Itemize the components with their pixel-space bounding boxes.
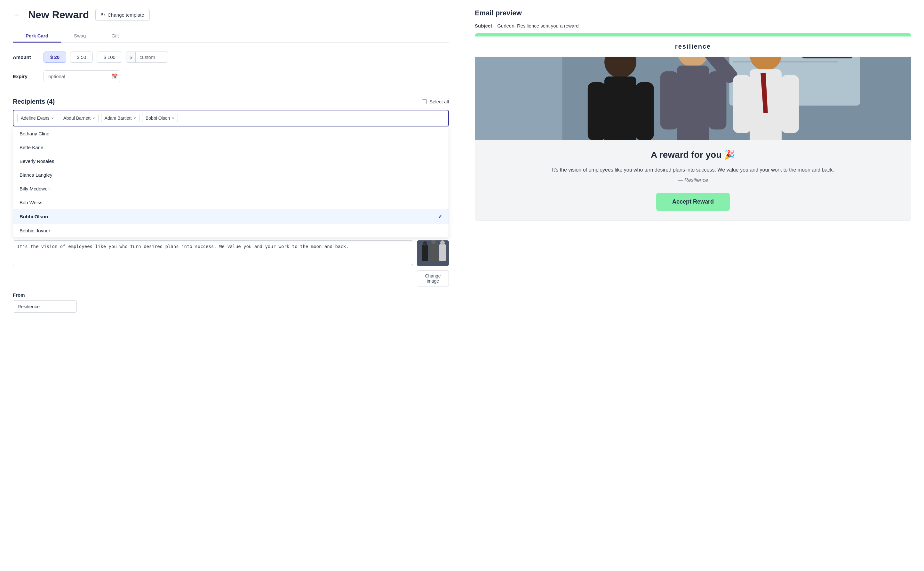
- recipient-name-abdul: Abdul Barnett: [63, 116, 91, 121]
- calendar-icon: 📅: [112, 73, 118, 79]
- left-panel: ← New Reward ↻ Change template Perk Card…: [0, 0, 462, 571]
- svg-rect-17: [588, 82, 606, 140]
- header: ← New Reward ↻ Change template: [13, 9, 449, 21]
- reward-title: A reward for you 🎉: [488, 150, 898, 160]
- email-card-logo: resilience: [475, 37, 911, 57]
- tab-gift[interactable]: Gift: [99, 30, 131, 43]
- svg-rect-18: [636, 82, 654, 140]
- from-label: From: [13, 292, 449, 298]
- office-image-svg: [417, 240, 449, 266]
- remove-adeline-icon[interactable]: ×: [51, 116, 54, 121]
- refresh-icon: ↻: [101, 12, 105, 18]
- accept-reward-button[interactable]: Accept Reward: [656, 193, 730, 211]
- custom-amount-wrap: $: [126, 51, 168, 63]
- recipient-tag-abdul: Abdul Barnett ×: [60, 114, 98, 122]
- amount-label: Amount: [13, 54, 38, 60]
- back-button[interactable]: ←: [13, 10, 22, 20]
- amount-100-button[interactable]: $ 100: [97, 51, 122, 63]
- expiry-label: Expiry: [13, 74, 38, 79]
- email-card: resilience: [475, 33, 911, 221]
- tab-perk-card[interactable]: Perk Card: [13, 30, 61, 43]
- dropdown-item-beverly[interactable]: Beverly Rosales: [13, 154, 448, 168]
- dropdown-item-billy[interactable]: Billy Mcdowell: [13, 182, 448, 196]
- select-all-checkbox[interactable]: [422, 99, 427, 104]
- svg-rect-27: [781, 75, 799, 133]
- svg-rect-14: [475, 57, 562, 140]
- email-subject-row: Subject Gurleen, Resilience sent you a r…: [475, 23, 911, 28]
- divider: [13, 90, 449, 90]
- dropdown-item-bethany[interactable]: Bethany Cline: [13, 127, 448, 140]
- custom-amount-prefix: $: [126, 52, 136, 62]
- svg-rect-1: [422, 245, 428, 261]
- reward-from: — Resilience: [488, 177, 898, 183]
- email-subject-value: Gurleen, Resilience sent you a reward: [497, 23, 579, 28]
- svg-rect-3: [439, 244, 446, 261]
- recipient-name-adam: Adam Bartlett: [105, 116, 132, 121]
- select-all-label: Select all: [430, 99, 449, 104]
- svg-rect-21: [661, 71, 679, 130]
- message-textarea[interactable]: It's the vision of employees like you wh…: [13, 240, 413, 266]
- svg-rect-2: [430, 244, 438, 261]
- select-all-wrap[interactable]: Select all: [422, 99, 449, 104]
- svg-point-6: [440, 240, 445, 245]
- remove-adam-icon[interactable]: ×: [133, 116, 136, 121]
- recipient-name-adeline: Adeline Evans: [21, 116, 49, 121]
- amount-20-button[interactable]: $ 20: [43, 51, 66, 63]
- message-image-thumb: [417, 240, 449, 266]
- recipients-dropdown: Bethany Cline Bette Kane Beverly Rosales…: [13, 127, 449, 238]
- from-input[interactable]: [13, 300, 77, 313]
- email-subject-label: Subject: [475, 23, 492, 28]
- svg-rect-22: [708, 71, 727, 130]
- dropdown-item-bob[interactable]: Bob Weiss: [13, 196, 448, 209]
- svg-rect-16: [604, 77, 636, 140]
- page-title: New Reward: [28, 9, 89, 21]
- reward-message: It's the vision of employees like you wh…: [488, 166, 898, 174]
- office-scene: [475, 57, 911, 140]
- tabs: Perk Card Swag Gift: [13, 30, 449, 43]
- email-card-body: A reward for you 🎉 It's the vision of em…: [475, 140, 911, 221]
- recipients-search-input[interactable]: [180, 116, 444, 121]
- dropdown-item-bobbi-olson[interactable]: Bobbi Olson ✓: [13, 209, 448, 224]
- check-icon: ✓: [438, 213, 442, 219]
- recipients-input-box[interactable]: Adeline Evans × Abdul Barnett × Adam Bar…: [13, 110, 449, 127]
- recipients-title: Recipients (4): [13, 98, 55, 105]
- svg-rect-12: [802, 57, 853, 58]
- message-textarea-wrap: It's the vision of employees like you wh…: [13, 240, 449, 287]
- amount-50-button[interactable]: $ 50: [70, 51, 93, 63]
- right-panel: Email preview Subject Gurleen, Resilienc…: [462, 0, 924, 571]
- amount-options: $ 20 $ 50 $ 100 $: [43, 51, 168, 63]
- dropdown-item-bette[interactable]: Bette Kane: [13, 140, 448, 154]
- recipient-tag-adeline: Adeline Evans ×: [17, 114, 57, 122]
- expiry-input[interactable]: [48, 74, 109, 79]
- svg-rect-26: [733, 75, 751, 133]
- email-preview-title: Email preview: [475, 9, 911, 17]
- custom-amount-input[interactable]: [136, 52, 168, 62]
- dropdown-item-bianca[interactable]: Bianca Langley: [13, 168, 448, 182]
- expiry-row: Expiry 📅: [13, 70, 449, 82]
- message-area: It's the vision of employees like you wh…: [13, 240, 449, 287]
- expiry-input-wrap[interactable]: 📅: [43, 70, 120, 82]
- remove-abdul-icon[interactable]: ×: [92, 116, 95, 121]
- change-image-button[interactable]: Change image: [417, 270, 449, 287]
- tab-swag[interactable]: Swag: [61, 30, 99, 43]
- svg-rect-20: [677, 66, 709, 140]
- svg-point-4: [423, 241, 427, 246]
- recipient-tag-bobbi: Bobbi Olson ×: [142, 114, 178, 122]
- recipients-header: Recipients (4) Select all: [13, 98, 449, 105]
- from-section: From: [13, 292, 449, 313]
- remove-bobbi-icon[interactable]: ×: [172, 116, 174, 121]
- office-illustration: [475, 57, 911, 140]
- amount-row: Amount $ 20 $ 50 $ 100 $: [13, 51, 449, 63]
- email-card-green-bar: [475, 33, 911, 37]
- recipient-tag-adam: Adam Bartlett ×: [101, 114, 140, 122]
- recipient-name-bobbi: Bobbi Olson: [146, 116, 170, 121]
- dropdown-item-bobbie-joyner[interactable]: Bobbie Joyner: [13, 224, 448, 238]
- dropdown-item-bobbi-name: Bobbi Olson: [20, 214, 48, 219]
- change-template-label: Change template: [108, 12, 144, 18]
- change-template-button[interactable]: ↻ Change template: [95, 9, 149, 21]
